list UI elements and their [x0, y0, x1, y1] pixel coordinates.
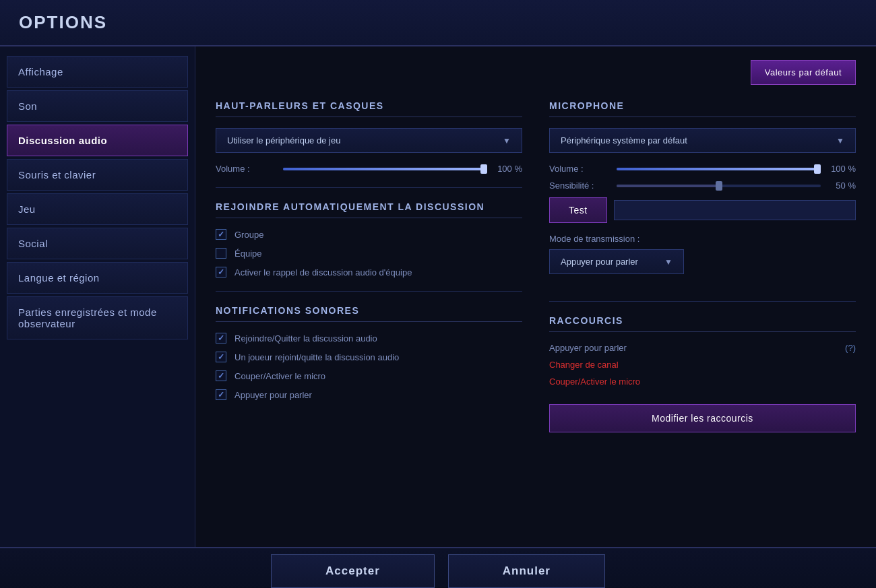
notifications-header: NOTIFICATIONS SONORES	[216, 305, 522, 322]
checkbox-groupe-input[interactable]: ✓	[216, 229, 226, 240]
microphone-sensitivity-fill	[617, 185, 719, 187]
microphone-volume-fill	[617, 168, 821, 170]
header: OPTIONS	[0, 0, 876, 46]
checkbox-appuyer-parler: ✓ Appuyer pour parler	[216, 389, 522, 400]
speakers-header: HAUT-PARLEURS ET CASQUES	[216, 100, 522, 117]
check-icon-couper-micro: ✓	[218, 371, 224, 381]
microphone-volume-pct: 100 %	[827, 164, 856, 174]
test-button[interactable]: Test	[549, 197, 607, 223]
page-title: OPTIONS	[19, 12, 107, 32]
microphone-sensitivity-thumb	[716, 181, 722, 191]
checkbox-rejoindre-label: Rejoindre/Quitter la discussion audio	[234, 333, 377, 344]
transmission-label: Mode de transmission :	[549, 234, 856, 244]
microphone-volume-label: Volume :	[549, 164, 610, 174]
microphone-header: MICROPHONE	[549, 100, 856, 117]
checkbox-rejoindre-input[interactable]: ✓	[216, 333, 226, 344]
speakers-device-label: Utiliser le périphérique de jeu	[227, 135, 340, 145]
speakers-volume-row: Volume : 100 %	[216, 164, 522, 174]
defaults-btn-container: Valeurs par défaut	[751, 60, 856, 85]
microphone-sensitivity-track[interactable]	[617, 185, 821, 187]
checkbox-groupe-label: Groupe	[234, 230, 263, 240]
auto-join-header: REJOINDRE AUTOMATIQUEMENT LA DISCUSSION	[216, 201, 522, 218]
shortcut-changer-canal: Changer de canal	[549, 360, 856, 370]
test-row: Test	[549, 197, 856, 223]
left-column: HAUT-PARLEURS ET CASQUES Utiliser le pér…	[216, 100, 522, 432]
speakers-volume-label: Volume :	[216, 164, 276, 174]
speakers-volume-pct: 100 %	[494, 164, 522, 174]
modify-shortcuts-button[interactable]: Modifier les raccourcis	[549, 404, 856, 432]
check-icon-rejoindre: ✓	[218, 333, 224, 343]
checkbox-rappel-input[interactable]: ✓	[216, 267, 226, 277]
shortcut-changer-canal-label: Changer de canal	[549, 360, 619, 370]
checkbox-equipe-label: Équipe	[234, 249, 261, 259]
checkbox-rejoindre: ✓ Rejoindre/Quitter la discussion audio	[216, 333, 522, 344]
speakers-volume-fill	[283, 168, 487, 170]
right-column: MICROPHONE Périphérique système par défa…	[549, 100, 856, 432]
checkbox-appuyer-parler-input[interactable]: ✓	[216, 389, 226, 400]
shortcut-appuyer-parler-label: Appuyer pour parler	[549, 343, 627, 353]
microphone-sensitivity-label: Sensibilité :	[549, 181, 610, 191]
check-icon-rappel: ✓	[218, 267, 224, 277]
sidebar-item-affichage[interactable]: Affichage	[7, 56, 188, 88]
speakers-volume-thumb	[480, 164, 487, 174]
main-layout: AffichageSonDiscussion audioSouris et cl…	[0, 46, 876, 547]
checkbox-couper-micro-label: Couper/Activer le micro	[234, 371, 325, 381]
shortcut-couper-micro: Couper/Activer le micro	[549, 377, 856, 387]
sidebar: AffichageSonDiscussion audioSouris et cl…	[0, 46, 195, 547]
sidebar-item-discussion-audio[interactable]: Discussion audio	[7, 125, 188, 156]
check-icon-appuyer-parler: ✓	[218, 390, 224, 399]
checkbox-equipe: Équipe	[216, 248, 522, 259]
transmission-option-label: Appuyer pour parler	[561, 257, 638, 267]
sidebar-item-langue-region[interactable]: Langue et région	[7, 262, 188, 294]
microphone-sensitivity-row: Sensibilité : 50 %	[549, 181, 856, 191]
checkbox-appuyer-parler-label: Appuyer pour parler	[234, 390, 312, 400]
shortcuts-header: RACCOURCIS	[549, 315, 856, 332]
checkbox-rappel: ✓ Activer le rappel de discussion audio …	[216, 267, 522, 277]
sidebar-item-jeu[interactable]: Jeu	[7, 193, 188, 225]
checkbox-joueur-rejoint-label: Un joueur rejoint/quitte la discussion a…	[234, 352, 399, 362]
cancel-button[interactable]: Annuler	[448, 554, 605, 588]
sidebar-item-social[interactable]: Social	[7, 228, 188, 259]
checkbox-couper-micro-input[interactable]: ✓	[216, 370, 226, 381]
microphone-dropdown-arrow: ▼	[836, 136, 844, 145]
checkbox-joueur-rejoint: ✓ Un joueur rejoint/quitte la discussion…	[216, 352, 522, 362]
check-icon-groupe: ✓	[218, 230, 224, 239]
defaults-button[interactable]: Valeurs par défaut	[751, 60, 856, 85]
shortcut-couper-micro-label: Couper/Activer le micro	[549, 377, 640, 387]
microphone-volume-row: Volume : 100 %	[549, 164, 856, 174]
transmission-dropdown-arrow: ▼	[664, 257, 672, 267]
content-columns: HAUT-PARLEURS ET CASQUES Utiliser le pér…	[216, 100, 856, 432]
footer: Accepter Annuler	[0, 547, 876, 588]
microphone-volume-track[interactable]	[617, 168, 821, 170]
microphone-sensitivity-pct: 50 %	[827, 181, 856, 191]
sidebar-item-souris-clavier[interactable]: Souris et clavier	[7, 159, 188, 191]
checkbox-groupe: ✓ Groupe	[216, 229, 522, 240]
micro-divider	[549, 301, 856, 302]
autojoin-divider	[216, 291, 522, 292]
sidebar-item-parties-enregistrees[interactable]: Parties enregistrées et mode observateur	[7, 296, 188, 339]
checkbox-couper-micro: ✓ Couper/Activer le micro	[216, 370, 522, 381]
speakers-volume-track[interactable]	[283, 168, 487, 170]
microphone-device-dropdown[interactable]: Périphérique système par défaut ▼	[549, 128, 856, 153]
microphone-volume-thumb	[814, 164, 821, 174]
checkbox-rappel-label: Activer le rappel de discussion audio d'…	[234, 267, 412, 277]
checkbox-equipe-input[interactable]	[216, 248, 226, 259]
microphone-device-label: Périphérique système par défaut	[561, 135, 687, 145]
check-icon-joueur-rejoint: ✓	[218, 352, 224, 362]
shortcut-appuyer-parler-key: (?)	[845, 343, 856, 353]
speakers-device-dropdown[interactable]: Utiliser le périphérique de jeu ▼	[216, 128, 522, 153]
speakers-dropdown-arrow: ▼	[503, 136, 511, 145]
speakers-divider	[216, 187, 522, 188]
sidebar-item-son[interactable]: Son	[7, 90, 188, 122]
accept-button[interactable]: Accepter	[271, 554, 435, 588]
checkbox-joueur-rejoint-input[interactable]: ✓	[216, 352, 226, 362]
content-area: Valeurs par défaut HAUT-PARLEURS ET CASQ…	[195, 46, 876, 547]
test-meter	[614, 200, 856, 220]
transmission-dropdown[interactable]: Appuyer pour parler ▼	[549, 249, 684, 274]
shortcut-appuyer-parler: Appuyer pour parler (?)	[549, 343, 856, 353]
